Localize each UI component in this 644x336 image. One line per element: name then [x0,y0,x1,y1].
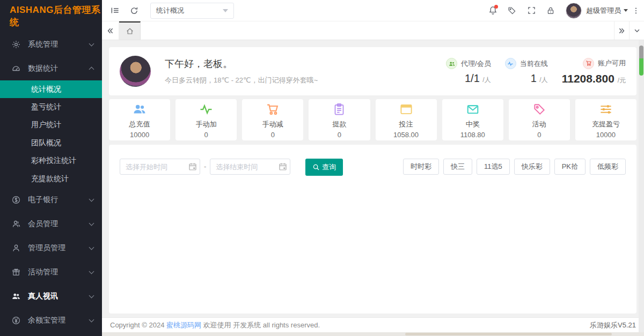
stat-card-activity[interactable]: 活动 0 [509,99,570,140]
users-icon [133,103,146,116]
sidebar-item-team-overview[interactable]: 团队概况 [0,134,102,152]
stat-online: 当前在线 1 /人 [505,58,548,85]
end-date-field[interactable] [210,159,290,175]
submenu-label: 团队概况 [31,138,61,148]
lottery-tab-ssc[interactable]: 时时彩 [403,159,439,175]
stat-card-total-recharge[interactable]: 总充值 10000 [109,99,170,140]
stat-agents-members: 代理/会员 1/1 /人 [446,58,491,85]
sidebar-item-lottery-bet-stats[interactable]: 彩种投注统计 [0,152,102,170]
admin-icon [12,244,20,252]
lottery-tab-k3[interactable]: 快三 [443,159,472,175]
lottery-tab-11x5[interactable]: 11选5 [477,159,510,175]
stat-card-label: 提款 [332,120,346,129]
bell-icon[interactable] [483,0,502,21]
sidebar-item-label: 会员管理 [28,219,90,229]
stat-card-label: 总充值 [129,120,150,129]
footer-version: 乐游娱乐V5.21 [590,320,636,330]
chevron-down-icon [89,317,94,322]
horizontal-scrollbar[interactable] [102,332,644,336]
user-menu[interactable]: 超级管理员 [586,6,628,16]
sidebar-item-data-stats[interactable]: 数据统计 [0,56,102,80]
start-date-field[interactable] [120,159,200,175]
sidebar-item-stats-overview[interactable]: 统计概况 [0,80,102,98]
stat-balance: 账户可用 11208.800 /元 [562,58,626,85]
sidebar-item-profit-stats[interactable]: 盈亏统计 [0,98,102,116]
submenu-label: 充提款统计 [31,174,69,184]
query-button-label: 查询 [322,162,336,172]
vertical-scrollbar-thumb[interactable] [639,46,643,76]
stat-cards-row: 总充值 10000 手动加 0 手动减 0 提款 0 投注 1058.00 中奖… [109,99,636,140]
stat-card-manual-add[interactable]: 手动加 0 [175,99,237,140]
chevron-down-icon [89,220,94,226]
pulse-icon [200,103,213,116]
sidebar-item-members[interactable]: 会员管理 [0,212,102,236]
lottery-tab-klc[interactable]: 快乐彩 [514,159,550,175]
lottery-tab-pk10[interactable]: PK拾 [554,159,586,175]
sidebar-submenu: 统计概况 盈亏统计 用户统计 团队概况 彩种投注统计 充提款统计 [0,80,102,188]
search-icon [312,163,320,171]
sidebar-item-user-stats[interactable]: 用户统计 [0,116,102,134]
tabs-scroll-right-icon[interactable] [614,21,629,40]
horizontal-scrollbar-thumb[interactable] [405,333,612,335]
stat-card-profit-loss[interactable]: 充提盈亏 10000 [575,99,636,140]
envelope-icon [466,103,479,116]
tabs-menu-icon[interactable] [629,21,644,40]
sidebar-item-label: 活动管理 [28,267,90,277]
stat-card-value: 1108.80 [460,131,485,139]
stat-card-label: 手动加 [196,120,217,129]
tag-icon[interactable] [502,0,522,21]
sidebar-item-ebank[interactable]: 电子银行 [0,188,102,212]
chevron-down-icon [89,41,94,46]
collapse-sidebar-icon[interactable] [105,0,125,21]
app-logo: AISHANG后台管理系统 [0,0,102,32]
stat-value: 1 [531,72,537,84]
stat-card-label: 中奖 [466,120,480,129]
lottery-type-buttons: 时时彩 快三 11选5 快乐彩 PK拾 低频彩 [403,159,626,175]
header-right: 超级管理员 [483,0,644,21]
stat-card-bets[interactable]: 投注 1058.00 [376,99,437,140]
sidebar-item-label: 数据统计 [28,64,90,73]
stat-card-label: 活动 [532,120,546,129]
sidebar-item-admins[interactable]: 管理员管理 [0,236,102,260]
vertical-scrollbar[interactable] [639,40,644,332]
caret-down-icon [624,9,628,12]
sidebar-item-activities[interactable]: 活动管理 [0,260,102,284]
stat-card-label: 投注 [399,120,413,129]
stat-card-winnings[interactable]: 中奖 1108.80 [442,99,503,140]
stat-card-withdraw[interactable]: 提款 0 [309,99,370,140]
refresh-icon[interactable] [125,0,144,21]
greeting-stats: 代理/会员 1/1 /人 当前在线 1 /人 账户可用 [446,58,626,85]
avatar[interactable] [566,3,582,19]
calendar-icon[interactable] [188,162,197,171]
lock-icon[interactable] [541,0,560,21]
lottery-tab-lowfreq[interactable]: 低频彩 [590,159,626,175]
stat-card-manual-subtract[interactable]: 手动减 0 [242,99,303,140]
stat-label: 当前在线 [520,59,548,69]
stat-card-value: 0 [204,131,208,139]
copyright-text: Copyright © 2024 蜜桃源码网 欢迎使用 开发系统 all rig… [110,320,320,330]
tab-home[interactable] [119,21,141,40]
sidebar-item-label: 余额宝管理 [28,316,90,325]
notification-dot [494,5,498,9]
page-select[interactable]: 统计概况 [150,3,234,19]
stat-card-label: 充提盈亏 [592,120,620,129]
gift-icon [12,268,20,277]
tabs-scroll-left-icon[interactable] [102,21,119,40]
kebab-menu-icon[interactable] [628,0,644,21]
submenu-label: 统计概况 [31,85,61,94]
site-link[interactable]: 蜜桃源码网 [166,321,201,329]
calendar-icon[interactable] [279,162,287,171]
sidebar-item-label: 电子银行 [28,195,90,205]
sidebar-item-yuebao[interactable]: 余额宝管理 [0,308,102,332]
agents-icon [446,58,457,69]
select-caret-icon [223,9,228,12]
sidebar-item-label: 真人视讯 [28,292,90,301]
sidebar-item-live-video[interactable]: 真人视讯 [0,284,102,308]
fullscreen-icon[interactable] [522,0,541,21]
tab-bar-controls [614,21,644,40]
stat-label: 代理/会员 [461,59,491,69]
sidebar-item-system[interactable]: 系统管理 [0,32,102,56]
sidebar-item-deposit-withdraw-stats[interactable]: 充提款统计 [0,170,102,188]
stat-unit: /人 [539,76,547,84]
query-button[interactable]: 查询 [305,159,343,176]
